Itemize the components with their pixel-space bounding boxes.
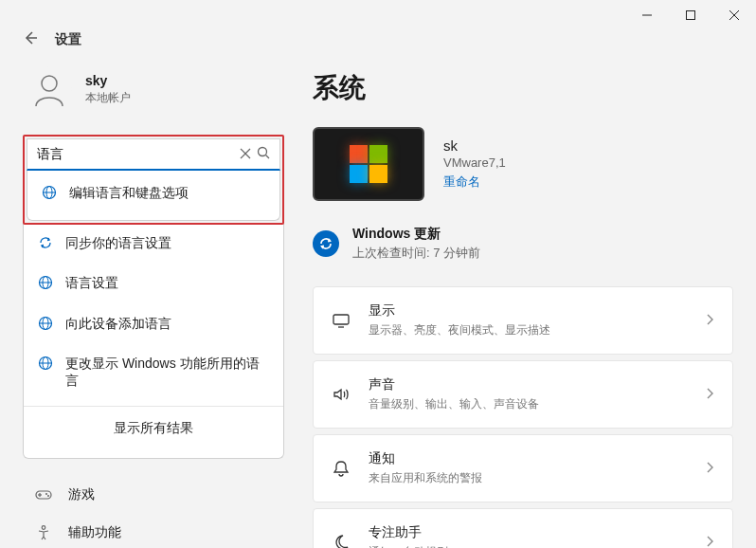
svg-point-8 bbox=[259, 148, 267, 156]
card-sub: 来自应用和系统的警报 bbox=[369, 470, 687, 486]
nav-games[interactable]: 游戏 bbox=[23, 476, 284, 514]
profile-name: sky bbox=[85, 73, 131, 88]
nav-label: 游戏 bbox=[68, 486, 95, 503]
maximize-button[interactable] bbox=[669, 0, 712, 30]
page-title: 系统 bbox=[313, 70, 733, 106]
display-icon bbox=[331, 311, 351, 330]
suggest-edit-language-keyboard[interactable]: 编辑语言和键盘选项 bbox=[27, 171, 279, 212]
device-model: VMware7,1 bbox=[443, 155, 506, 170]
suggest-language-settings[interactable]: 语言设置 bbox=[24, 263, 283, 302]
profile-subtitle: 本地帐户 bbox=[85, 90, 131, 106]
nav-label: 辅助功能 bbox=[68, 524, 121, 541]
svg-rect-28 bbox=[333, 315, 349, 324]
device-name: sk bbox=[443, 137, 506, 154]
app-title: 设置 bbox=[55, 31, 81, 48]
svg-point-23 bbox=[45, 493, 47, 495]
avatar bbox=[27, 66, 72, 112]
search-suggestions: 编辑语言和键盘选项 bbox=[27, 171, 280, 221]
suggest-label: 更改显示 Windows 功能所用的语言 bbox=[65, 355, 270, 389]
suggest-add-language[interactable]: 向此设备添加语言 bbox=[24, 303, 283, 343]
chevron-right-icon bbox=[704, 461, 715, 476]
search-icon[interactable] bbox=[257, 146, 270, 162]
show-all-results[interactable]: 显示所有结果 bbox=[24, 406, 283, 450]
back-button[interactable] bbox=[23, 30, 38, 49]
card-sub: 音量级别、输出、输入、声音设备 bbox=[369, 396, 687, 412]
gamepad-icon bbox=[34, 485, 53, 504]
card-sub: 显示器、亮度、夜间模式、显示描述 bbox=[369, 322, 687, 338]
suggest-display-language[interactable]: 更改显示 Windows 功能所用的语言 bbox=[24, 343, 283, 400]
card-display[interactable]: 显示 显示器、亮度、夜间模式、显示描述 bbox=[313, 286, 733, 355]
search-highlight-box: 编辑语言和键盘选项 bbox=[23, 135, 284, 225]
card-focus-assist[interactable]: 专注助手 通知、自动规则 bbox=[313, 508, 733, 548]
bell-icon bbox=[331, 459, 351, 478]
sound-icon bbox=[331, 385, 351, 404]
card-notifications[interactable]: 通知 来自应用和系统的警报 bbox=[313, 434, 733, 502]
nav-accessibility[interactable]: 辅助功能 bbox=[23, 514, 284, 548]
rename-link[interactable]: 重命名 bbox=[443, 174, 506, 191]
suggest-label: 向此设备添加语言 bbox=[65, 315, 171, 332]
svg-point-24 bbox=[47, 495, 49, 497]
card-title: 声音 bbox=[369, 376, 687, 393]
card-sub: 通知、自动规则 bbox=[369, 544, 687, 548]
suggest-label: 编辑语言和键盘选项 bbox=[69, 184, 189, 201]
chevron-right-icon bbox=[704, 535, 715, 548]
update-sub: 上次检查时间: 7 分钟前 bbox=[352, 245, 480, 262]
globe-icon bbox=[41, 184, 58, 201]
svg-point-5 bbox=[42, 76, 57, 91]
update-icon bbox=[313, 230, 339, 257]
moon-icon bbox=[331, 533, 351, 548]
suggest-label: 同步你的语言设置 bbox=[65, 234, 171, 251]
search-suggestions-continued: 同步你的语言设置 语言设置 向此设备添加语言 更改显示 Windows 功能所用… bbox=[23, 223, 284, 459]
card-sound[interactable]: 声音 音量级别、输出、输入、声音设备 bbox=[313, 360, 733, 429]
window-titlebar bbox=[0, 0, 756, 30]
device-thumbnail bbox=[313, 127, 424, 201]
suggest-sync-language[interactable]: 同步你的语言设置 bbox=[24, 223, 283, 263]
chevron-right-icon bbox=[704, 313, 715, 328]
search-input[interactable] bbox=[37, 147, 234, 162]
minimize-button[interactable] bbox=[625, 0, 669, 30]
clear-icon[interactable] bbox=[240, 147, 251, 162]
close-button[interactable] bbox=[712, 0, 756, 30]
windows-update-row[interactable]: Windows 更新 上次检查时间: 7 分钟前 bbox=[313, 226, 733, 262]
update-title: Windows 更新 bbox=[352, 226, 480, 243]
globe-icon bbox=[37, 315, 54, 332]
windows-logo-icon bbox=[350, 145, 387, 183]
globe-icon bbox=[37, 355, 54, 372]
globe-icon bbox=[37, 274, 54, 291]
chevron-right-icon bbox=[704, 387, 715, 402]
suggest-label: 语言设置 bbox=[65, 274, 118, 291]
card-title: 显示 bbox=[369, 302, 687, 320]
svg-line-9 bbox=[266, 155, 270, 159]
accessibility-icon bbox=[34, 523, 53, 542]
sync-icon bbox=[37, 234, 54, 251]
profile-block[interactable]: sky 本地帐户 bbox=[23, 66, 284, 112]
card-title: 通知 bbox=[369, 450, 687, 467]
card-title: 专注助手 bbox=[369, 524, 687, 541]
search-input-wrap[interactable] bbox=[27, 138, 280, 171]
svg-rect-1 bbox=[687, 11, 695, 20]
svg-point-27 bbox=[42, 526, 45, 530]
